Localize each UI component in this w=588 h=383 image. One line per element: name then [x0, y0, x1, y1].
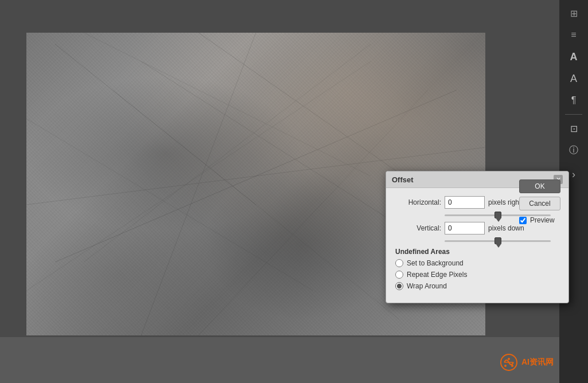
preview-row: Preview: [519, 216, 560, 224]
vertical-slider-container: [445, 240, 551, 242]
character-icon[interactable]: A: [562, 68, 585, 89]
dialog-title: Offset: [392, 175, 414, 184]
svg-line-11: [26, 61, 371, 291]
vertical-slider-track: [445, 240, 551, 242]
vertical-label: Vertical:: [395, 224, 441, 232]
horizontal-input[interactable]: [445, 196, 485, 209]
radio-label-set-to-background: Set to Background: [407, 259, 464, 267]
bottom-strip: [0, 337, 559, 383]
svg-line-1: [84, 33, 371, 176]
toolbar-divider: [565, 114, 582, 115]
text-tool-icon[interactable]: A: [562, 46, 585, 67]
horizontal-slider-track: [445, 214, 551, 216]
vertical-slider-thumb[interactable]: [494, 237, 501, 244]
undefined-areas-label: Undefined Areas: [395, 248, 559, 256]
svg-point-14: [504, 365, 507, 367]
svg-point-15: [511, 365, 513, 367]
adjustments-icon[interactable]: ≡: [562, 25, 585, 45]
svg-line-5: [112, 90, 399, 319]
watermark-text: AI资讯网: [521, 357, 554, 368]
info-icon[interactable]: ⓘ: [562, 140, 585, 161]
radio-item-wrap-around[interactable]: Wrap Around: [395, 282, 559, 290]
horizontal-slider-thumb[interactable]: [494, 212, 501, 218]
svg-line-3: [26, 119, 313, 291]
vertical-unit: pixels down: [488, 224, 524, 232]
properties-icon[interactable]: ⊡: [562, 118, 585, 139]
svg-point-13: [508, 358, 510, 360]
svg-line-6: [141, 33, 256, 335]
radio-repeat-edge-pixels[interactable]: [395, 271, 403, 279]
watermark-logo: [500, 353, 518, 372]
svg-line-7: [84, 44, 371, 262]
cancel-button[interactable]: Cancel: [519, 197, 560, 210]
horizontal-label: Horizontal:: [395, 198, 441, 206]
radio-group-undefined-areas: Set to Background Repeat Edge Pixels Wra…: [395, 259, 559, 290]
vertical-input[interactable]: [445, 222, 485, 235]
preview-checkbox[interactable]: [519, 217, 527, 224]
radio-item-repeat-edge[interactable]: Repeat Edge Pixels: [395, 271, 559, 279]
horizontal-slider-container: [445, 214, 551, 216]
preview-label: Preview: [530, 216, 555, 224]
dialog-buttons: OK Cancel Preview: [519, 179, 560, 224]
svg-line-0: [55, 44, 256, 205]
offset-dialog: Offset ✕ OK Cancel Preview Horizontal: p…: [385, 171, 569, 303]
radio-wrap-around[interactable]: [395, 282, 403, 290]
paragraph-icon[interactable]: ¶: [562, 90, 585, 111]
dialog-body: OK Cancel Preview Horizontal: pixels rig…: [386, 188, 568, 303]
radio-label-wrap-around: Wrap Around: [407, 282, 447, 290]
radio-item-set-to-background[interactable]: Set to Background: [395, 259, 559, 267]
radio-set-to-background[interactable]: [395, 259, 403, 267]
radio-label-repeat-edge-pixels: Repeat Edge Pixels: [407, 271, 467, 279]
horizontal-unit: pixels right: [488, 198, 521, 206]
layers-icon[interactable]: ⊞: [562, 3, 585, 24]
watermark: AI资讯网: [500, 353, 554, 372]
ok-button[interactable]: OK: [519, 179, 560, 193]
